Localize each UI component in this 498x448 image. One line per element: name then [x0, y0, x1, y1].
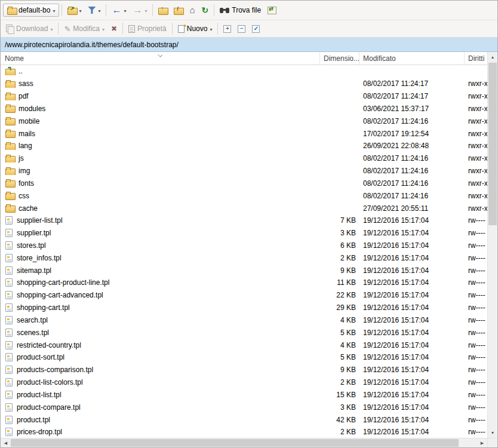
- expand-all-button[interactable]: [220, 23, 234, 35]
- file-row[interactable]: prices-drop.tpl 2 KB 19/12/2016 15:17:04…: [1, 426, 487, 438]
- file-name-cell: shopping-cart-product-line.tpl: [1, 278, 320, 287]
- file-rights-cell: rw----: [465, 353, 487, 361]
- file-row[interactable]: product-sort.tpl 5 KB 19/12/2016 15:17:0…: [1, 351, 487, 364]
- file-row[interactable]: products-comparison.tpl 9 KB 19/12/2016 …: [1, 364, 487, 376]
- file-row[interactable]: shopping-cart.tpl 29 KB 19/12/2016 15:17…: [1, 302, 487, 314]
- file-name-label: search.tpl: [17, 316, 48, 324]
- file-row[interactable]: css 08/02/2017 11:24:16 rwxr-x: [1, 189, 487, 202]
- forward-button[interactable]: [130, 4, 150, 16]
- file-size-cell: 3 KB: [320, 229, 359, 237]
- file-row[interactable]: pdf 08/02/2017 11:24:17 rwxr-x: [1, 90, 487, 103]
- file-area: Nome Dimensio... Modificato Diritti ..: [1, 52, 487, 438]
- file-modified-cell: 19/12/2016 15:17:04: [359, 341, 465, 349]
- scroll-up-icon[interactable]: [488, 52, 497, 62]
- file-rights-cell: rw----: [465, 316, 487, 324]
- file-modified-cell: 19/12/2016 15:17:04: [359, 303, 465, 312]
- file-row[interactable]: lang 26/09/2021 22:08:48 rwxr-x: [1, 140, 487, 152]
- scroll-left-icon[interactable]: [1, 438, 11, 447]
- scroll-down-icon[interactable]: [488, 428, 497, 438]
- column-header-rights[interactable]: Diritti: [465, 52, 487, 65]
- horizontal-scroll-thumb[interactable]: [11, 439, 459, 447]
- file-name-label: supplier.tpl: [17, 229, 51, 237]
- file-icon: [5, 428, 13, 436]
- file-modified-cell: 19/12/2016 15:17:04: [359, 266, 465, 275]
- file-row[interactable]: product.tpl 42 KB 19/12/2016 15:17:04 rw…: [1, 413, 487, 426]
- root-directory-button[interactable]: /: [171, 5, 186, 16]
- horizontal-scroll-track[interactable]: [11, 438, 477, 447]
- file-row[interactable]: img 08/02/2017 11:24:16 rwxr-x: [1, 165, 487, 177]
- vertical-scroll-thumb[interactable]: [488, 63, 497, 225]
- file-row[interactable]: search.tpl 4 KB 19/12/2016 15:17:04 rw--…: [1, 314, 487, 327]
- file-row[interactable]: cache 27/09/2021 20:55:11 rwxr-x: [1, 202, 487, 214]
- home-directory-button[interactable]: [186, 4, 198, 16]
- file-name-cell: prices-drop.tpl: [1, 428, 320, 436]
- file-icon: [5, 303, 13, 312]
- filter-dropdown-button[interactable]: [85, 4, 103, 16]
- download-button[interactable]: Download: [3, 23, 56, 35]
- file-name-label: css: [19, 192, 29, 200]
- horizontal-scrollbar[interactable]: [1, 438, 497, 447]
- file-icon: [5, 378, 13, 386]
- vertical-scrollbar[interactable]: [487, 52, 497, 438]
- column-header-name[interactable]: Nome: [1, 52, 320, 65]
- file-name-label: cache: [19, 204, 38, 213]
- path-bar[interactable]: /www.pirotecnicapirolandia.it/themes/def…: [1, 38, 497, 52]
- file-row[interactable]: product-list-colors.tpl 2 KB 19/12/2016 …: [1, 376, 487, 389]
- file-rights-cell: rw----: [465, 329, 487, 337]
- open-folder-icon: ↗: [67, 7, 76, 14]
- file-row[interactable]: stores.tpl 6 KB 19/12/2016 15:17:04 rw--…: [1, 240, 487, 252]
- scroll-right-icon[interactable]: [477, 438, 487, 447]
- file-icon: [5, 353, 13, 361]
- parent-directory-button[interactable]: ↑: [155, 5, 170, 16]
- properties-button[interactable]: Proprietà: [125, 23, 170, 35]
- file-name-cell: mobile: [1, 117, 320, 125]
- toolbar-separator: [58, 23, 59, 35]
- file-name-cell: supplier.tpl: [1, 229, 320, 237]
- collapse-all-button[interactable]: [235, 23, 248, 35]
- file-modified-cell: 19/12/2016 15:17:04: [359, 241, 465, 250]
- file-row[interactable]: mails 17/02/2017 19:12:54 rwxr-x: [1, 127, 487, 140]
- file-row[interactable]: supplier-list.tpl 7 KB 19/12/2016 15:17:…: [1, 214, 487, 227]
- home-icon: [189, 6, 195, 14]
- file-row[interactable]: sitemap.tpl 9 KB 19/12/2016 15:17:04 rw-…: [1, 264, 487, 277]
- file-row[interactable]: supplier.tpl 3 KB 19/12/2016 15:17:04 rw…: [1, 227, 487, 240]
- column-header-modified[interactable]: Modificato: [359, 52, 465, 65]
- folder-icon: [5, 130, 14, 137]
- refresh-button[interactable]: [199, 4, 212, 16]
- chevron-down-icon: [98, 6, 100, 14]
- file-modified-cell: 19/12/2016 15:17:04: [359, 254, 465, 262]
- file-row[interactable]: js 08/02/2017 11:24:16 rwxr-x: [1, 152, 487, 165]
- file-rights-cell: rwxr-x: [465, 204, 487, 213]
- back-button[interactable]: [109, 4, 129, 16]
- select-checkbox-button[interactable]: [249, 23, 263, 35]
- file-icon: [5, 278, 13, 287]
- file-row[interactable]: scenes.tpl 5 KB 19/12/2016 15:17:04 rw--…: [1, 326, 487, 339]
- file-row[interactable]: fonts 08/02/2017 11:24:16 rwxr-x: [1, 177, 487, 189]
- open-directory-bookmark-button[interactable]: ↗: [64, 4, 84, 16]
- file-row[interactable]: shopping-cart-advanced.tpl 22 KB 19/12/2…: [1, 289, 487, 302]
- new-button[interactable]: Nuovo: [175, 23, 216, 35]
- properties-icon: [128, 25, 135, 33]
- file-row[interactable]: sass 08/02/2017 11:24:17 rwxr-x: [1, 78, 487, 90]
- edit-button[interactable]: Modifica: [61, 23, 107, 35]
- session-directory-dropdown[interactable]: default-bo: [3, 4, 59, 17]
- find-files-button[interactable]: Trova file: [217, 4, 264, 16]
- file-name-cell: css: [1, 192, 320, 200]
- folder-icon: [7, 7, 16, 14]
- column-header-size[interactable]: Dimensio...: [320, 52, 359, 65]
- file-name-label: product-list.tpl: [17, 391, 62, 399]
- file-row[interactable]: mobile 08/02/2017 11:24:16 rwxr-x: [1, 115, 487, 127]
- file-row[interactable]: product-list.tpl 15 KB 19/12/2016 15:17:…: [1, 389, 487, 401]
- file-row[interactable]: ..: [1, 65, 487, 78]
- parent-dir-icon: [5, 67, 14, 75]
- file-row[interactable]: store_infos.tpl 2 KB 19/12/2016 15:17:04…: [1, 251, 487, 264]
- file-row[interactable]: restricted-country.tpl 4 KB 19/12/2016 1…: [1, 339, 487, 351]
- file-rights-cell: rwxr-x: [465, 92, 487, 100]
- file-row[interactable]: modules 03/06/2021 15:37:17 rwxr-x: [1, 102, 487, 115]
- file-name-cell: fonts: [1, 179, 320, 188]
- delete-button[interactable]: [108, 23, 120, 35]
- synchronize-browsing-button[interactable]: [265, 5, 279, 16]
- file-row[interactable]: shopping-cart-product-line.tpl 11 KB 19/…: [1, 277, 487, 289]
- file-row[interactable]: product-compare.tpl 3 KB 19/12/2016 15:1…: [1, 401, 487, 413]
- file-icon: [5, 366, 13, 374]
